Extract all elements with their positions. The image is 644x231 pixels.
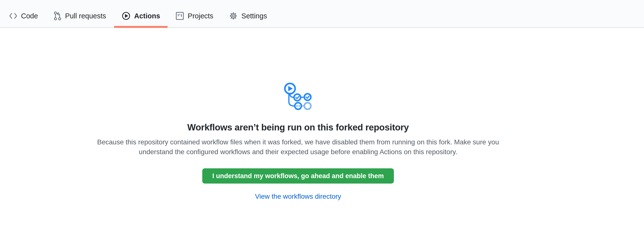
page-title: Workflows aren’t being run on this forke…	[188, 122, 409, 133]
project-board-icon	[176, 12, 184, 20]
tab-label: Settings	[242, 13, 267, 20]
tab-actions[interactable]: Actions	[114, 0, 168, 28]
blankslate-description: Because this repository contained workfl…	[93, 137, 503, 157]
tab-label: Actions	[134, 13, 160, 20]
actions-disabled-blankslate: Workflows aren’t being run on this forke…	[0, 28, 596, 201]
enable-workflows-button[interactable]: I understand my workflows, go ahead and …	[202, 168, 394, 183]
repo-tab-bar: Code Pull requests Actions	[0, 0, 644, 28]
git-pull-request-icon	[54, 11, 61, 21]
tab-projects[interactable]: Projects	[168, 0, 221, 28]
play-circle-icon	[122, 12, 130, 20]
tab-label: Pull requests	[65, 13, 106, 20]
tab-label: Code	[21, 13, 38, 20]
tab-pull-requests[interactable]: Pull requests	[46, 0, 114, 28]
tab-settings[interactable]: Settings	[221, 0, 274, 28]
tab-label: Projects	[188, 13, 213, 20]
workflow-graph-icon	[284, 83, 312, 110]
code-icon	[9, 13, 17, 19]
gear-icon	[229, 12, 238, 20]
view-workflows-directory-link[interactable]: View the workflows directory	[255, 192, 341, 201]
main-content: Workflows aren’t being run on this forke…	[0, 28, 596, 201]
tab-code[interactable]: Code	[2, 0, 46, 28]
